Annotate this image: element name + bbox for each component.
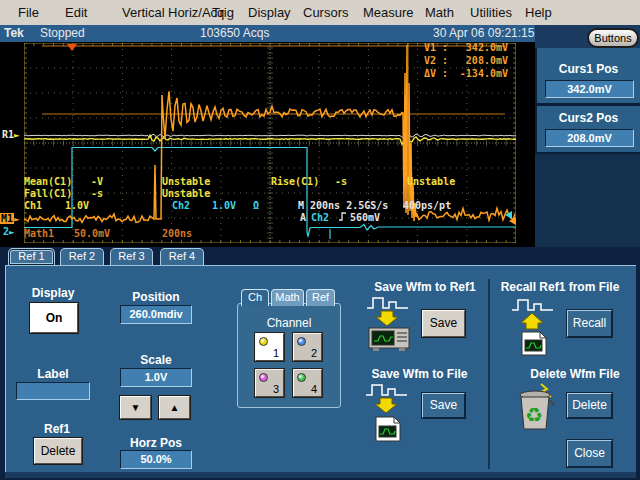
buttons-button[interactable]: Buttons xyxy=(587,28,639,48)
delete-file-heading: Delete Wfm File xyxy=(505,367,640,381)
acquisition-state: Stopped xyxy=(40,26,85,40)
recall-button[interactable]: Recall xyxy=(567,310,612,337)
tab-ref3[interactable]: Ref 3 xyxy=(110,248,153,265)
menu-item-cursors[interactable]: Cursors xyxy=(303,5,349,20)
curs1-value-box[interactable]: 342.0mV xyxy=(545,80,634,98)
ref1-trace-marker[interactable]: R1► xyxy=(2,129,19,140)
menu-item-vertical[interactable]: Vertical xyxy=(122,5,165,20)
waveform-area: V1 :342.0mV V2 :208.0mV ΔV :-134.0mV R1►… xyxy=(0,42,535,247)
trash-icon: ♻ xyxy=(513,380,561,436)
delete-file-button[interactable]: Delete xyxy=(567,393,612,418)
menu-item-file[interactable]: File xyxy=(18,5,39,20)
tab-ref4[interactable]: Ref 4 xyxy=(160,248,204,265)
timebase-readout: M 200ns 2.5GS/s xyxy=(298,200,388,211)
ch2-ground-marker[interactable]: 2► xyxy=(3,226,14,237)
save-to-ref-icon xyxy=(365,294,413,356)
menu-item-help[interactable]: Help xyxy=(525,5,552,20)
control-area: Ref 1 Ref 2 Ref 3 Ref 4 Display On Posit… xyxy=(0,247,640,480)
channel-heading: Channel xyxy=(237,316,341,330)
menu-item-utilities[interactable]: Utilities xyxy=(470,5,512,20)
trigger-mode: A xyxy=(300,212,306,223)
svg-text:♻: ♻ xyxy=(525,403,543,427)
dv-value: -134.0mV xyxy=(460,68,508,81)
channel-1-button[interactable]: 1 xyxy=(255,333,284,361)
label-input[interactable] xyxy=(16,382,90,400)
math1-scale: 50.0mV xyxy=(74,228,110,239)
ch4-color-dot-icon xyxy=(297,373,306,382)
scale-label: Scale xyxy=(120,353,192,367)
scale-down-button[interactable]: ▼ xyxy=(120,396,151,419)
ch2-readout-label: Ch2 xyxy=(172,200,190,211)
right-side-panel: Curs1 Pos 342.0mV Curs2 Pos 208.0mV xyxy=(535,25,640,247)
meas-rise-label: Rise(C1) xyxy=(271,176,319,187)
position-value-box[interactable]: 260.0mdiv xyxy=(120,305,192,324)
ch1-scale: 1.0V xyxy=(65,200,89,211)
ch2-scale: 1.0V xyxy=(212,200,236,211)
channel-2-button[interactable]: 2 xyxy=(293,333,322,361)
meas-fall-label: Fall(C1) xyxy=(24,188,72,199)
save-file-heading: Save Wfm to File xyxy=(362,367,477,381)
horz-pos-label: Horz Pos xyxy=(120,436,192,450)
position-label: Position xyxy=(120,290,192,304)
meas-fall-unit: -s xyxy=(91,188,103,199)
meas-mean-label: Mean(C1) xyxy=(24,176,72,187)
trigger-level: 560mV xyxy=(350,212,380,223)
ch3-color-dot-icon xyxy=(259,373,268,382)
ch2-coupling: Ω xyxy=(253,200,259,211)
scale-up-button[interactable]: ▲ xyxy=(159,396,190,419)
channel-3-button[interactable]: 3 xyxy=(255,369,284,397)
curs2-value-box[interactable]: 208.0mV xyxy=(545,129,634,147)
down-arrow-icon: ▼ xyxy=(131,402,141,413)
math1-trace-marker[interactable]: M1► xyxy=(0,213,19,224)
close-button[interactable]: Close xyxy=(567,440,612,467)
oscilloscope-screen: File Edit Vertical Horiz/Acq Trig Displa… xyxy=(0,0,640,480)
display-on-button[interactable]: On xyxy=(30,303,78,333)
curs2-panel: Curs2 Pos 208.0mV xyxy=(537,106,640,152)
v2-value: 208.0mV xyxy=(466,55,508,68)
menu-item-trig[interactable]: Trig xyxy=(212,5,234,20)
meas-fall-value: Unstable xyxy=(162,188,210,199)
math1-timebase: 200ns xyxy=(162,228,192,239)
display-label: Display xyxy=(20,286,86,300)
trigger-source: Ch2 xyxy=(311,212,329,223)
curs1-panel: Curs1 Pos 342.0mV xyxy=(537,48,640,103)
ch1-color-dot-icon xyxy=(259,337,268,346)
tab-ch[interactable]: Ch xyxy=(241,289,269,306)
tab-math[interactable]: Math xyxy=(271,289,304,306)
save-to-file-icon xyxy=(364,381,412,447)
ch1-readout-label: Ch1 xyxy=(24,200,42,211)
save-to-file-button[interactable]: Save xyxy=(422,393,465,418)
sample-resolution: 400ps/pt xyxy=(403,200,451,211)
channel-4-button[interactable]: 4 xyxy=(293,369,322,397)
save-ref-heading: Save Wfm to Ref1 xyxy=(365,280,485,294)
horz-pos-value-box[interactable]: 50.0% xyxy=(120,450,192,469)
rising-edge-icon xyxy=(338,212,347,223)
recall-heading: Recall Ref1 from File xyxy=(490,280,630,294)
menu-item-edit[interactable]: Edit xyxy=(65,5,87,20)
scale-value-box[interactable]: 1.0V xyxy=(120,368,192,387)
math1-readout-label: Math1 xyxy=(24,228,54,239)
meas-rise-value: Unstable xyxy=(407,176,455,187)
menu-item-math[interactable]: Math xyxy=(425,5,454,20)
tab-ref[interactable]: Ref xyxy=(306,289,335,306)
tek-logo: Tek xyxy=(4,26,24,40)
menu-bar: File Edit Vertical Horiz/Acq Trig Displa… xyxy=(0,0,640,26)
menu-item-display[interactable]: Display xyxy=(248,5,291,20)
menu-item-measure[interactable]: Measure xyxy=(363,5,414,20)
tab-ref2[interactable]: Ref 2 xyxy=(60,248,104,265)
curs2-label: Curs2 Pos xyxy=(537,111,640,125)
dv-label: ΔV : xyxy=(424,68,448,81)
save-to-ref-button[interactable]: Save xyxy=(422,310,465,337)
tab-ref1[interactable]: Ref 1 xyxy=(8,248,55,265)
meas-rise-unit: -s xyxy=(335,176,347,187)
v1-label: V1 : xyxy=(424,42,448,55)
v1-value: 342.0mV xyxy=(466,42,508,55)
panel-bottom-strip xyxy=(5,472,636,478)
recall-from-file-icon xyxy=(510,296,558,360)
right-panel-spacer xyxy=(535,154,640,247)
datetime: 30 Apr 06 09:21:15 xyxy=(433,26,534,40)
ref1-delete-button[interactable]: Delete xyxy=(34,438,82,464)
up-arrow-icon: ▲ xyxy=(170,402,180,413)
acquisition-count: 103650 Acqs xyxy=(200,26,269,40)
cursor-readout: V1 :342.0mV V2 :208.0mV ΔV :-134.0mV xyxy=(424,42,508,81)
